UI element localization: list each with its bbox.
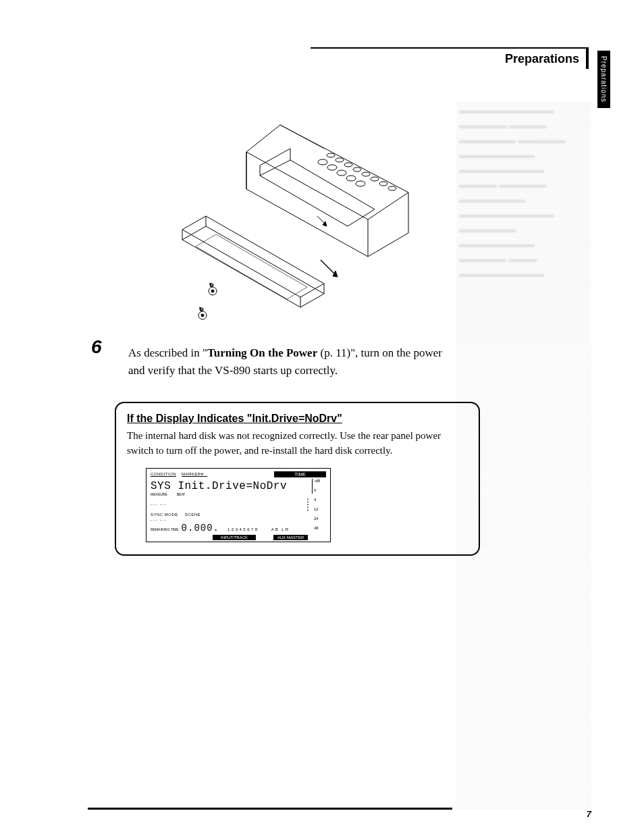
svg-point-7: [388, 186, 396, 190]
svg-point-0: [327, 153, 335, 157]
section-title: Preparations: [505, 52, 579, 66]
step-text-1: As described in ": [128, 346, 207, 359]
lcd-label-beat: BEAT: [177, 492, 186, 496]
svg-point-4: [362, 172, 370, 176]
svg-point-17: [201, 314, 204, 317]
lcd-label-time: TIME: [274, 471, 326, 477]
device-illustration: ↻ ↻: [159, 111, 429, 328]
footer-rule: [88, 808, 452, 810]
lcd-dashes-2: --- ---: [151, 518, 167, 522]
step-body: As described in "Turning On the Power (p…: [128, 344, 449, 380]
section-header: Preparations: [311, 47, 589, 69]
lcd-screenshot: CONDITION MARKER# TIME SYS Init.Drive=No…: [146, 468, 331, 542]
lcd-input-track: INPUT/TRACK: [213, 535, 256, 540]
lcd-remaining-label: REMAINING TIME: [151, 527, 179, 531]
manual-page: Preparations Preparations ▬▬▬▬▬▬▬▬▬▬ ▬▬▬…: [0, 0, 644, 838]
page-number: 7: [587, 809, 591, 819]
lcd-label-syncmode: SYNC MODE: [151, 513, 178, 517]
side-tab: Preparations: [597, 51, 610, 108]
lcd-ab-lr: AB LR: [271, 527, 290, 531]
svg-text:↻: ↻: [209, 282, 214, 288]
lcd-bars: ▪▪▪▪▪: [307, 498, 313, 511]
note-body: The internal hard disk was not recognize…: [127, 429, 468, 459]
svg-point-1: [336, 158, 344, 162]
svg-point-11: [346, 176, 356, 181]
lcd-db-scale: -dB 0 4 12 24 48: [313, 477, 326, 533]
svg-point-12: [356, 181, 365, 186]
lcd-remaining-value: 0.000.: [182, 523, 219, 533]
lcd-aux-master: AUX MASTER: [273, 535, 308, 540]
svg-point-9: [327, 165, 337, 170]
lcd-label-condition: CONDITION: [151, 472, 176, 477]
svg-point-5: [371, 177, 379, 181]
svg-point-8: [318, 159, 327, 165]
lcd-track-numbers: 12345678: [227, 527, 259, 531]
svg-point-2: [344, 163, 352, 167]
svg-point-3: [353, 167, 361, 172]
lcd-label-marker: MARKER#: [182, 472, 207, 477]
svg-point-6: [379, 182, 387, 186]
step-bold: Turning On the Power: [207, 346, 317, 359]
svg-line-21: [317, 216, 324, 223]
svg-point-10: [337, 170, 346, 176]
lcd-label-measure: MEASURE: [151, 492, 167, 496]
lcd-label-scene: SCENE: [185, 513, 200, 517]
svg-text:↻: ↻: [199, 307, 204, 313]
lcd-message: SYS Init.Drive=NoDrv: [151, 479, 313, 494]
lcd-dashes: --- ---: [151, 502, 167, 506]
note-heading: If the Display Indicates "Init.Drive=NoD…: [127, 413, 468, 425]
svg-line-19: [321, 260, 334, 273]
note-box: If the Display Indicates "Init.Drive=NoD…: [115, 402, 480, 556]
svg-point-14: [211, 290, 214, 292]
svg-marker-20: [333, 271, 338, 277]
step-number: 6: [91, 336, 102, 358]
